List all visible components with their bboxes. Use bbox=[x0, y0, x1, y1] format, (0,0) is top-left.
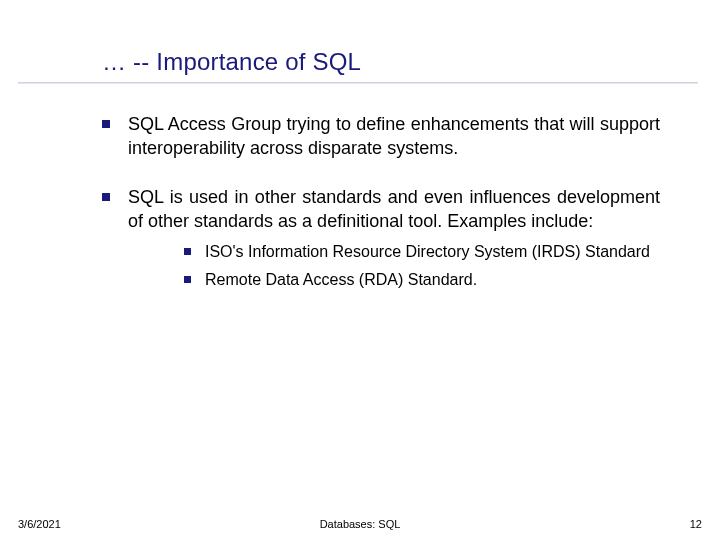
sub-bullet-item: Remote Data Access (RDA) Standard. bbox=[184, 269, 660, 291]
sub-bullet-text: ISO's Information Resource Directory Sys… bbox=[205, 241, 650, 263]
slide-title: … -- Importance of SQL bbox=[102, 48, 720, 76]
bullet-text: SQL is used in other standards and even … bbox=[128, 185, 660, 234]
footer-center: Databases: SQL bbox=[320, 518, 401, 530]
bullet-item: SQL is used in other standards and even … bbox=[102, 185, 660, 297]
square-bullet-icon bbox=[184, 248, 191, 255]
square-bullet-icon bbox=[102, 193, 110, 201]
square-bullet-icon bbox=[184, 276, 191, 283]
content-area: SQL Access Group trying to define enhanc… bbox=[0, 84, 720, 296]
square-bullet-icon bbox=[102, 120, 110, 128]
sub-bullet-item: ISO's Information Resource Directory Sys… bbox=[184, 241, 660, 263]
footer-page-number: 12 bbox=[690, 518, 702, 530]
bullet-item: SQL Access Group trying to define enhanc… bbox=[102, 112, 660, 161]
bullet-text: SQL Access Group trying to define enhanc… bbox=[128, 112, 660, 161]
footer-date: 3/6/2021 bbox=[18, 518, 61, 530]
title-area: … -- Importance of SQL bbox=[0, 0, 720, 76]
sub-bullet-text: Remote Data Access (RDA) Standard. bbox=[205, 269, 477, 291]
sub-list: ISO's Information Resource Directory Sys… bbox=[128, 233, 660, 290]
